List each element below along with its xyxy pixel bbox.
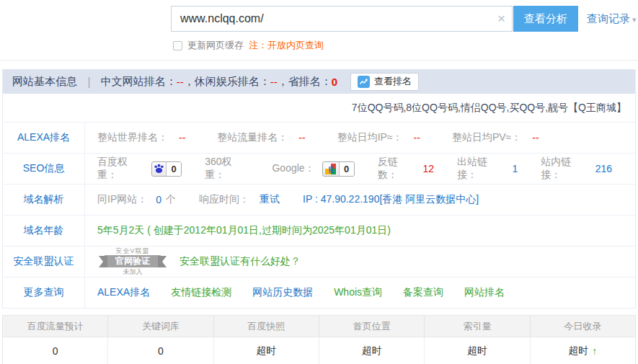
so360-weight-label: 360权重： (205, 156, 249, 182)
dns-row-label: 域名解析 (3, 185, 85, 215)
same-ip-unit: 个 (166, 193, 176, 206)
baidu-weight: 百度权重： 0 (97, 156, 182, 182)
url-input[interactable] (172, 6, 474, 31)
category-rank-value: -- (270, 76, 278, 88)
backlinks: 反链数： 12 (378, 156, 434, 182)
domain-age-row-label: 域名年龄 (3, 216, 85, 246)
stats-col-snapshot: 百度快照 (213, 316, 319, 337)
site-title: 7位QQ号码,8位QQ号码,情侣QQ号,买QQ号,靓号【Q王商城】 (352, 102, 626, 115)
backlinks-label: 反链数： (378, 156, 415, 182)
baidu-paw-icon (152, 162, 167, 176)
alexa-daily-pv: 整站日均PV≈： -- (452, 131, 539, 144)
domain-age-row-content: 5年5月2天 ( 创建于2012年01月01日,过期时间为2025年01月01日… (85, 216, 635, 246)
alexa-row-label: ALEXA排名 (3, 123, 85, 153)
baidu-stats-table: 百度流量预计 关键词库 百度快照 首页位置 索引量 今日收录 0 0 超时 超时… (2, 315, 636, 364)
history-link[interactable]: 查询记录▾ (587, 12, 637, 26)
alexa-daily-ip-label: 整站日均IP≈： (337, 131, 403, 144)
stats-value-today: 超时 ↑ (530, 337, 635, 364)
alexa-daily-pv-value: -- (532, 132, 539, 143)
more-link-history[interactable]: 网站历史数据 (252, 286, 313, 299)
cache-checkbox-label: 更新网页缓存 (187, 39, 244, 52)
province-rank-value: 0 (332, 76, 337, 88)
stats-col-index: 索引量 (424, 316, 529, 337)
retry-link[interactable]: 重试 (260, 193, 280, 206)
title-divider: ｜ (84, 75, 94, 89)
google-pr-value: 0 (340, 162, 354, 176)
alexa-daily-ip: 整站日均IP≈： -- (337, 131, 420, 144)
cache-checkbox[interactable] (173, 41, 182, 50)
alexa-world-rank: 整站世界排名： -- (97, 131, 185, 144)
google-icon: g (323, 162, 340, 176)
response-time-label: 响应时间： (199, 193, 249, 206)
search-area: × 查看分析 查询记录▾ 更新网页缓存 注：开放内页查询 (0, 0, 638, 61)
more-link-whois[interactable]: Whois查询 (334, 286, 382, 299)
inner-page-note: 注：开放内页查询 (249, 39, 324, 52)
backlinks-value: 12 (422, 163, 434, 174)
dns-row: 域名解析 同IP网站： 0 个 响应时间： 重试 IP : 47.90.22.1… (3, 184, 635, 215)
up-arrow-icon: ↑ (592, 345, 597, 357)
same-ip-label: 同IP网站： (97, 193, 147, 206)
seo-row-label: SEO信息 (3, 154, 85, 184)
seo-row-content: 百度权重： 0 360权重： Google： g 0 (85, 154, 635, 184)
stats-value-traffic: 0 (3, 337, 107, 364)
stats-col-traffic: 百度流量预计 (3, 316, 107, 337)
section-title: 网站基本信息 (12, 75, 77, 89)
cn-rank-label: 中文网站排名： (101, 75, 177, 89)
stats-col-homepage: 首页位置 (319, 316, 424, 337)
alexa-traffic-rank: 整站流量排名： -- (217, 131, 305, 144)
cert-badge-top-text: 安全V联盟 (97, 247, 168, 254)
site-title-row: 7位QQ号码,8位QQ号码,情侣QQ号,买QQ号,靓号【Q王商城】 (3, 94, 635, 122)
google-pr-badge[interactable]: g 0 (322, 161, 355, 177)
so360-weight: 360权重： (205, 156, 249, 182)
stats-col-keywords: 关键词库 (107, 316, 213, 337)
baidu-weight-badge[interactable]: 0 (151, 161, 182, 177)
view-rank-button[interactable]: 查看排名 (350, 73, 419, 91)
alexa-row: ALEXA排名 整站世界排名： -- 整站流量排名： -- 整站日均IP≈： -… (3, 122, 635, 153)
category-rank-label: ，休闲娱乐排名： (184, 75, 270, 89)
security-cert-badge-icon[interactable]: 安全V联盟 官网验证 未加入 (97, 247, 168, 276)
province-rank-label: ，省排名： (278, 75, 332, 89)
analyze-button[interactable]: 查看分析 (513, 6, 578, 32)
outbound-links: 出站链接： 1 (457, 156, 518, 182)
baidu-weight-label: 百度权重： (97, 156, 144, 182)
clear-icon[interactable]: × (497, 10, 505, 27)
alexa-traffic-rank-label: 整站流量排名： (217, 131, 288, 144)
alexa-world-rank-value: -- (179, 132, 185, 143)
chevron-down-icon: ▾ (632, 15, 637, 24)
response-time: 响应时间： 重试 (199, 193, 280, 206)
internal-links-value[interactable]: 216 (595, 163, 612, 174)
internal-links: 站内链接： 216 (541, 156, 612, 182)
url-input-wrap: × (171, 6, 513, 32)
baidu-weight-value: 0 (167, 162, 181, 176)
stats-col-today: 今日收录 (530, 316, 635, 337)
stats-value-keywords: 0 (107, 337, 213, 364)
alexa-daily-pv-label: 整站日均PV≈： (452, 131, 521, 144)
site-info-table: 网站基本信息 ｜ 中文网站排名： -- ，休闲娱乐排名： -- ，省排名： 0 … (2, 69, 636, 308)
more-queries-row-label: 更多查询 (3, 278, 85, 308)
domain-age-value: 5年5月2天 ( 创建于2012年01月01日,过期时间为2025年01月01日… (97, 224, 391, 237)
more-link-friendlinks[interactable]: 友情链接检测 (171, 286, 231, 299)
same-ip-value[interactable]: 0 (156, 194, 161, 205)
more-link-icp[interactable]: 备案查询 (403, 286, 443, 299)
alexa-daily-ip-value: -- (414, 132, 420, 143)
more-link-alexa[interactable]: ALEXA排名 (97, 286, 150, 299)
more-queries-row-content: ALEXA排名 友情链接检测 网站历史数据 Whois查询 备案查询 网站排名 (85, 278, 635, 308)
more-link-siterank[interactable]: 网站排名 (464, 286, 505, 299)
stats-value-today-text: 超时 (568, 345, 588, 358)
stats-values-row: 0 0 超时 超时 超时 超时 ↑ (3, 337, 635, 364)
dns-row-content: 同IP网站： 0 个 响应时间： 重试 IP : 47.90.22.190[香港… (85, 185, 635, 215)
ip-address-link[interactable]: IP : 47.90.22.190[香港 阿里云数据中心] (303, 193, 479, 206)
security-cert-row-label: 安全联盟认证 (3, 247, 85, 277)
cert-badge-bottom-text: 未加入 (97, 268, 168, 276)
outbound-links-value[interactable]: 1 (512, 163, 518, 174)
google-pr-label: Google： (272, 162, 314, 175)
google-pr: Google： g 0 (272, 161, 354, 177)
alexa-traffic-rank-value: -- (298, 132, 305, 143)
security-cert-row: 安全联盟认证 安全V联盟 官网验证 未加入 安全联盟认证有什么好处？ (3, 246, 635, 277)
trend-chart-icon (358, 76, 370, 88)
cache-row: 更新网页缓存 注：开放内页查询 (173, 39, 324, 52)
internal-links-label: 站内链接： (541, 156, 586, 182)
site-info-header: 网站基本信息 ｜ 中文网站排名： -- ，休闲娱乐排名： -- ，省排名： 0 … (3, 69, 635, 94)
cert-benefit-link[interactable]: 安全联盟认证有什么好处？ (180, 255, 301, 268)
cn-rank-value: -- (177, 76, 184, 88)
